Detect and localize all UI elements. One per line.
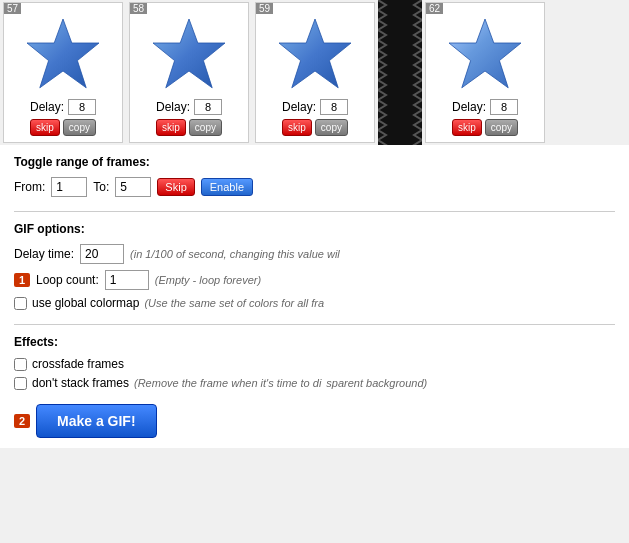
toggle-range-row: From: To: Skip Enable <box>14 177 615 197</box>
torn-edge <box>378 0 422 145</box>
copy-button-57[interactable]: copy <box>63 119 96 136</box>
enable-button[interactable]: Enable <box>201 178 253 196</box>
delay-input-59[interactable] <box>320 99 348 115</box>
delay-row-62: Delay: <box>452 99 518 115</box>
gif-options-section: GIF options: Delay time: (in 1/100 of se… <box>14 222 615 310</box>
skip-button-62[interactable]: skip <box>452 119 482 136</box>
loop-input[interactable] <box>105 270 149 290</box>
main-panel: Toggle range of frames: From: To: Skip E… <box>0 145 629 448</box>
colormap-row: use global colormap (Use the same set of… <box>14 296 615 310</box>
copy-button-59[interactable]: copy <box>315 119 348 136</box>
delay-label-59: Delay: <box>282 100 316 114</box>
star-icon-62 <box>445 15 525 95</box>
colormap-checkbox[interactable] <box>14 297 27 310</box>
delay-row-58: Delay: <box>156 99 222 115</box>
delay-option-row: Delay time: (in 1/100 of second, changin… <box>14 244 615 264</box>
divider-2 <box>14 324 615 325</box>
delay-input-57[interactable] <box>68 99 96 115</box>
frame-number-59: 59 <box>256 3 273 14</box>
frame-number-57: 57 <box>4 3 21 14</box>
frame-buttons-62: skip copy <box>452 119 518 136</box>
frame-buttons-58: skip copy <box>156 119 222 136</box>
colormap-label: use global colormap <box>32 296 139 310</box>
gif-options-title: GIF options: <box>14 222 615 236</box>
delay-input-58[interactable] <box>194 99 222 115</box>
frames-row: 57 Delay: skip copy <box>0 0 629 145</box>
copy-button-62[interactable]: copy <box>485 119 518 136</box>
svg-marker-2 <box>279 19 351 88</box>
skip-button-57[interactable]: skip <box>30 119 60 136</box>
nostack-hint: (Remove the frame when it's time to di <box>134 377 321 389</box>
nostack-checkbox[interactable] <box>14 377 27 390</box>
delay-label-57: Delay: <box>30 100 64 114</box>
frame-62-wrapper: 62 Delay: skip copy <box>422 0 548 145</box>
delay-input-62[interactable] <box>490 99 518 115</box>
divider-1 <box>14 211 615 212</box>
svg-marker-1 <box>153 19 225 88</box>
toggle-title: Toggle range of frames: <box>14 155 615 169</box>
delay-label-58: Delay: <box>156 100 190 114</box>
nostack-label: don't stack frames <box>32 376 129 390</box>
nostack-row: don't stack frames (Remove the frame whe… <box>14 376 615 390</box>
star-icon-59 <box>275 15 355 95</box>
make-gif-container: 2 Make a GIF! <box>36 404 615 438</box>
colormap-hint: (Use the same set of colors for all fra <box>144 297 324 309</box>
skip-button-59[interactable]: skip <box>282 119 312 136</box>
from-input[interactable] <box>51 177 87 197</box>
svg-marker-0 <box>27 19 99 88</box>
svg-marker-4 <box>449 19 521 88</box>
star-icon-57 <box>23 15 103 95</box>
frame-number-62: 62 <box>426 3 443 14</box>
delay-option-label: Delay time: <box>14 247 74 261</box>
star-icon-58 <box>149 15 229 95</box>
loop-option-row: 1 Loop count: (Empty - loop forever) <box>36 270 615 290</box>
crossfade-checkbox[interactable] <box>14 358 27 371</box>
loop-badge: 1 <box>14 273 30 287</box>
delay-row-57: Delay: <box>30 99 96 115</box>
toggle-section: Toggle range of frames: From: To: Skip E… <box>14 155 615 197</box>
delay-hint: (in 1/100 of second, changing this value… <box>130 248 340 260</box>
effects-section: Effects: crossfade frames don't stack fr… <box>14 335 615 390</box>
delay-label-62: Delay: <box>452 100 486 114</box>
frame-59: 59 Delay: skip copy <box>255 2 375 143</box>
to-label: To: <box>93 180 109 194</box>
delay-option-input[interactable] <box>80 244 124 264</box>
frame-57: 57 Delay: skip copy <box>3 2 123 143</box>
skip-button-58[interactable]: skip <box>156 119 186 136</box>
copy-button-58[interactable]: copy <box>189 119 222 136</box>
loop-label: Loop count: <box>36 273 99 287</box>
nostack-hint2: sparent background) <box>326 377 427 389</box>
delay-row-59: Delay: <box>282 99 348 115</box>
from-label: From: <box>14 180 45 194</box>
crossfade-row: crossfade frames <box>14 357 615 371</box>
make-gif-button[interactable]: Make a GIF! <box>36 404 157 438</box>
to-input[interactable] <box>115 177 151 197</box>
loop-hint: (Empty - loop forever) <box>155 274 261 286</box>
frame-buttons-59: skip copy <box>282 119 348 136</box>
frame-58: 58 Delay: skip copy <box>129 2 249 143</box>
crossfade-label: crossfade frames <box>32 357 124 371</box>
make-gif-badge: 2 <box>14 414 30 428</box>
effects-title: Effects: <box>14 335 615 349</box>
frame-62: 62 Delay: skip copy <box>425 2 545 143</box>
frame-buttons-57: skip copy <box>30 119 96 136</box>
skip-range-button[interactable]: Skip <box>157 178 194 196</box>
frame-number-58: 58 <box>130 3 147 14</box>
